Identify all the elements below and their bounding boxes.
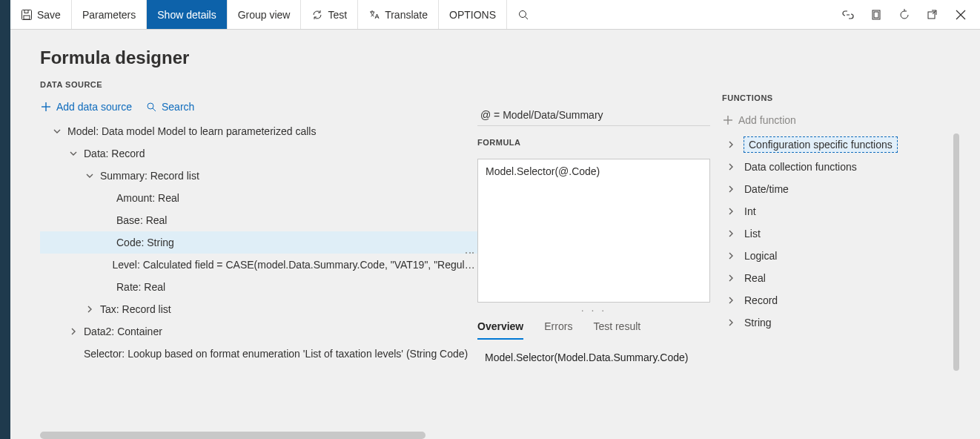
group-view-button[interactable]: Group view: [228, 0, 302, 29]
parameters-button[interactable]: Parameters: [72, 0, 147, 29]
search-data-source-action[interactable]: Search: [145, 101, 194, 113]
chevron-right-icon[interactable]: [726, 140, 735, 149]
function-category-label: Int: [744, 205, 756, 217]
tab-test-result[interactable]: Test result: [593, 317, 640, 340]
function-category-row[interactable]: Date/time: [722, 178, 959, 200]
search-icon: [517, 9, 529, 21]
chevron-down-icon[interactable]: [53, 127, 62, 136]
chevron-right-icon[interactable]: [726, 251, 735, 260]
chevron-down-icon[interactable]: [69, 149, 78, 158]
office-icon: [870, 9, 882, 21]
show-details-button[interactable]: Show details: [147, 0, 227, 29]
save-label: Save: [37, 9, 61, 21]
chevron-right-icon[interactable]: [726, 229, 735, 238]
tree-row[interactable]: Selector: Lookup based on format enumera…: [40, 343, 477, 365]
reload-icon: [898, 9, 910, 21]
tree-row-label: Data: Record: [84, 148, 145, 159]
tree-row-label: Level: Calculated field = CASE(model.Dat…: [113, 259, 477, 271]
tree-row-label: Code: String: [116, 237, 174, 248]
close-button[interactable]: [949, 0, 973, 30]
search-label: Search: [162, 101, 194, 113]
tree-row[interactable]: Summary: Record list: [40, 165, 477, 187]
add-function-action[interactable]: Add function: [722, 114, 796, 126]
options-button[interactable]: OPTIONS: [439, 0, 507, 29]
binding-path: @ = Model/Data/Summary: [477, 104, 710, 126]
refresh-icon: [311, 9, 323, 21]
function-category-label: Configuration specific functions: [744, 137, 897, 152]
function-category-row[interactable]: Real: [722, 267, 959, 289]
function-category-row[interactable]: String: [722, 311, 959, 334]
svg-point-12: [148, 103, 153, 109]
svg-rect-0: [22, 10, 32, 19]
translate-button[interactable]: Translate: [358, 0, 439, 29]
function-category-row[interactable]: Data collection functions: [722, 156, 959, 178]
svg-rect-1: [24, 10, 28, 13]
toolbar-search-button[interactable]: [507, 0, 540, 29]
tree-row[interactable]: Amount: Real: [40, 187, 477, 209]
page-title: Formula designer: [40, 47, 477, 68]
save-button[interactable]: Save: [10, 0, 72, 29]
function-category-label: String: [744, 317, 772, 329]
tree-row-label: Model: Data model Model to learn paramet…: [67, 125, 316, 137]
formula-editor[interactable]: Model.Selector(@.Code): [477, 159, 710, 303]
popout-icon: [927, 9, 938, 21]
data-source-tree[interactable]: Model: Data model Model to learn paramet…: [40, 120, 477, 390]
tree-row-label: Selector: Lookup based on format enumera…: [84, 348, 468, 360]
tree-row-label: Summary: Record list: [100, 170, 199, 182]
popout-button[interactable]: [921, 0, 944, 30]
command-bar: Save Parameters Show details Group view …: [10, 0, 980, 30]
tree-row[interactable]: Tax: Record list: [40, 298, 477, 320]
tab-overview[interactable]: Overview: [477, 317, 523, 340]
chevron-right-icon[interactable]: [69, 327, 78, 336]
tab-errors[interactable]: Errors: [544, 317, 572, 340]
plus-icon: [40, 101, 52, 113]
chevron-right-icon[interactable]: [726, 296, 735, 305]
function-category-row[interactable]: Logical: [722, 245, 959, 267]
test-button[interactable]: Test: [301, 0, 358, 29]
tree-row[interactable]: Code: String: [40, 231, 477, 254]
function-category-row[interactable]: Int: [722, 200, 959, 222]
spacer: [102, 283, 110, 291]
add-data-source-action[interactable]: Add data source: [40, 101, 132, 113]
svg-rect-2: [24, 16, 30, 19]
svg-point-3: [520, 10, 526, 17]
translate-label: Translate: [385, 9, 428, 21]
close-icon: [956, 10, 966, 20]
chevron-right-icon[interactable]: [726, 162, 735, 171]
functions-tree[interactable]: Configuration specific functionsData col…: [722, 133, 959, 334]
function-category-row[interactable]: Record: [722, 289, 959, 311]
chevron-right-icon[interactable]: [726, 274, 735, 283]
translate-icon: [368, 9, 380, 21]
tree-row-label: Amount: Real: [116, 192, 179, 204]
spacer: [98, 260, 106, 269]
office-button[interactable]: [864, 0, 888, 30]
attach-button[interactable]: [836, 0, 860, 30]
app-left-rail: [0, 0, 10, 439]
vertical-scrollbar[interactable]: [953, 133, 959, 371]
function-category-label: Logical: [744, 250, 777, 262]
splitter-handle[interactable]: · · ·: [477, 303, 710, 317]
chevron-down-icon[interactable]: [85, 171, 94, 180]
link-icon: [842, 9, 854, 21]
horizontal-scrollbar[interactable]: [40, 432, 426, 439]
chevron-right-icon[interactable]: [85, 305, 94, 314]
function-category-row[interactable]: Configuration specific functions: [722, 133, 959, 156]
formula-heading: FORMULA: [477, 138, 710, 147]
function-category-row[interactable]: List: [722, 222, 959, 245]
tree-row[interactable]: Rate: Real: [40, 276, 477, 298]
chevron-right-icon[interactable]: [726, 207, 735, 216]
spacer: [69, 349, 78, 358]
tree-row[interactable]: Data: Record: [40, 142, 477, 165]
tree-row[interactable]: Base: Real: [40, 209, 477, 231]
tree-row[interactable]: Model: Data model Model to learn paramet…: [40, 120, 477, 142]
chevron-right-icon[interactable]: [726, 185, 735, 194]
svg-line-4: [526, 16, 529, 19]
parameters-label: Parameters: [82, 9, 136, 21]
add-data-source-label: Add data source: [56, 101, 132, 113]
show-details-label: Show details: [157, 9, 216, 21]
tree-row[interactable]: Data2: Container: [40, 320, 477, 343]
tree-row[interactable]: Level: Calculated field = CASE(model.Dat…: [40, 254, 477, 276]
chevron-right-icon[interactable]: [726, 318, 735, 327]
refresh-button[interactable]: [893, 0, 916, 30]
test-label: Test: [328, 9, 347, 21]
